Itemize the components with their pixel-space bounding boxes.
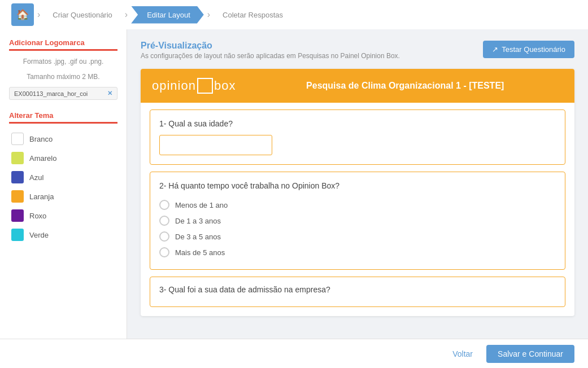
test-button-label: Testar Questionário	[502, 45, 565, 54]
survey-preview: opinion box Pesquisa de Clima Organizaci…	[141, 69, 574, 316]
test-questionnaire-button[interactable]: ↗ Testar Questionário	[483, 41, 574, 58]
logo-section-title: Adicionar Logomarca	[9, 38, 117, 51]
theme-label-azul: Azul	[29, 173, 43, 182]
theme-list: BrancoAmareloAzulLaranjaRoxoVerde	[9, 129, 117, 244]
bottom-bar: Voltar Salvar e Continuar	[0, 339, 588, 368]
remove-logo-button[interactable]: ✕	[107, 90, 112, 97]
survey-header-bar: opinion box Pesquisa de Clima Organizaci…	[141, 69, 574, 103]
home-button[interactable]: 🏠	[11, 3, 34, 26]
theme-item-laranja[interactable]: Laranja	[9, 187, 117, 206]
question-2-card: 2- Há quanto tempo você trabalha no Opin…	[150, 172, 565, 270]
theme-label-verde: Verde	[29, 231, 49, 239]
theme-item-verde[interactable]: Verde	[9, 225, 117, 244]
logo-square-icon	[197, 78, 213, 94]
logo-text-opinion: opinion	[152, 78, 196, 93]
question-1-text: 1- Qual a sua idade?	[159, 119, 556, 128]
sidebar: Adicionar Logomarca Formatos .jpg, .gif …	[0, 29, 127, 339]
radio-option-1[interactable]: De 1 a 3 anos	[159, 213, 556, 229]
theme-item-roxo[interactable]: Roxo	[9, 206, 117, 225]
question-2-text: 2- Há quanto tempo você trabalha no Opin…	[159, 181, 556, 190]
radio-label-1: De 1 a 3 anos	[175, 217, 221, 225]
radio-circle-0	[159, 200, 169, 210]
survey-questions-scroll[interactable]: 1- Qual a sua idade? 2- Há quanto tempo …	[141, 103, 574, 316]
radio-circle-1	[159, 216, 169, 226]
theme-label-amarelo: Amarelo	[29, 154, 56, 163]
radio-label-2: De 3 a 5 anos	[175, 233, 221, 241]
theme-item-amarelo[interactable]: Amarelo	[9, 148, 117, 168]
logo-size: Tamanho máximo 2 MB.	[9, 72, 117, 82]
nav-chevron-2: ›	[125, 10, 128, 20]
question-3-text: 3- Qual foi a sua data de admissão na em…	[159, 285, 556, 294]
theme-section-title: Alterar Tema	[9, 111, 117, 124]
logo-text-box: box	[214, 78, 236, 93]
voltar-button[interactable]: Voltar	[446, 345, 480, 363]
theme-swatch-azul	[11, 171, 24, 183]
content-area: Pré-Visualização As configurações de lay…	[127, 29, 588, 339]
theme-swatch-verde	[11, 229, 24, 241]
logo-file-tag: EX000113_marca_hor_coi ✕	[9, 87, 117, 100]
survey-title: Pesquisa de Clima Organizacional 1 - [TE…	[247, 81, 563, 91]
theme-item-azul[interactable]: Azul	[9, 168, 117, 187]
logo-section: Adicionar Logomarca Formatos .jpg, .gif …	[9, 38, 117, 100]
question-3-card: 3- Qual foi a sua data de admissão na em…	[150, 277, 565, 307]
top-navigation: 🏠 › Criar Questionário › Editar Layout ›…	[0, 0, 588, 29]
radio-label-3: Mais de 5 anos	[175, 248, 225, 257]
radio-option-2[interactable]: De 3 a 5 anos	[159, 229, 556, 244]
preview-info: Pré-Visualização As configurações de lay…	[141, 41, 400, 60]
theme-swatch-roxo	[11, 209, 24, 222]
question-2-options: Menos de 1 anoDe 1 a 3 anosDe 3 a 5 anos…	[159, 197, 556, 260]
main-layout: Adicionar Logomarca Formatos .jpg, .gif …	[0, 29, 588, 339]
radio-option-3[interactable]: Mais de 5 anos	[159, 244, 556, 260]
question-1-input[interactable]	[159, 135, 272, 155]
theme-swatch-branco	[11, 133, 24, 145]
theme-swatch-amarelo	[11, 152, 24, 164]
radio-circle-3	[159, 247, 169, 257]
theme-label-laranja: Laranja	[29, 192, 54, 201]
preview-title: Pré-Visualização	[141, 41, 400, 51]
logo-filename: EX000113_marca_hor_coi	[14, 90, 88, 97]
logo-formats: Formatos .jpg, .gif ou .png.	[9, 56, 117, 67]
question-1-card: 1- Qual a sua idade?	[150, 109, 565, 165]
opinion-box-logo: opinion box	[152, 78, 236, 94]
theme-label-roxo: Roxo	[29, 212, 46, 220]
preview-header: Pré-Visualização As configurações de lay…	[141, 41, 574, 60]
step-criar[interactable]: Criar Questionário	[43, 7, 121, 23]
theme-label-branco: Branco	[29, 135, 53, 143]
radio-label-0: Menos de 1 ano	[175, 201, 228, 209]
salvar-continuar-button[interactable]: Salvar e Continuar	[486, 345, 574, 363]
theme-item-branco[interactable]: Branco	[9, 129, 117, 148]
nav-chevron-3: ›	[207, 10, 210, 20]
nav-chevron-1: ›	[37, 10, 40, 20]
step-coletar[interactable]: Coletar Respostas	[214, 7, 292, 23]
preview-subtitle: As configurações de layout não serão apl…	[141, 52, 400, 60]
radio-circle-2	[159, 231, 169, 242]
radio-option-0[interactable]: Menos de 1 ano	[159, 197, 556, 213]
theme-section: Alterar Tema BrancoAmareloAzulLaranjaRox…	[9, 111, 117, 244]
theme-swatch-laranja	[11, 190, 24, 203]
test-icon: ↗	[492, 45, 498, 54]
step-editar[interactable]: Editar Layout	[131, 6, 204, 24]
